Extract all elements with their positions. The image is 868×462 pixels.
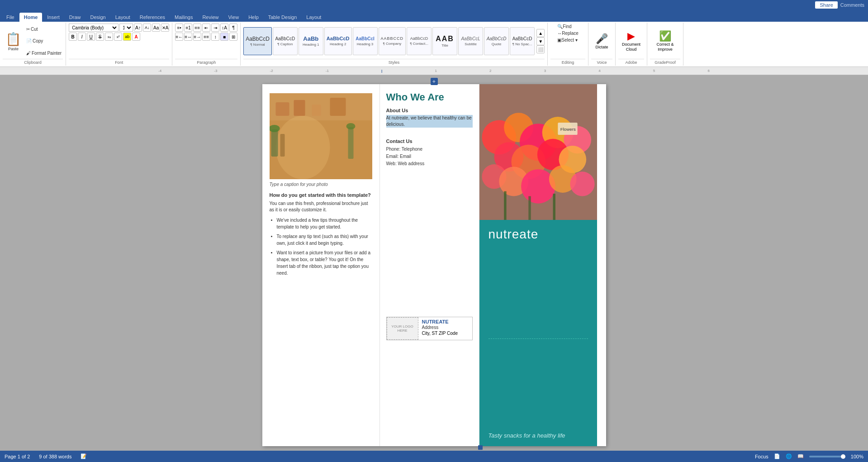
align-right-button[interactable]: ≡→	[193, 33, 201, 41]
correct-improve-button[interactable]: ✅ Correct &Improve	[657, 30, 674, 52]
paragraph-label: Paragraph	[175, 59, 237, 65]
align-center-button[interactable]: ≡↔	[184, 33, 192, 41]
tab-layout[interactable]: Layout	[111, 13, 135, 22]
style-subtitle[interactable]: AaBbCcL Subtitle	[458, 27, 483, 55]
ribbon-tabs: File Home Insert Draw Design Layout Refe…	[0, 10, 868, 22]
tab-mailings[interactable]: Mailings	[170, 13, 197, 22]
bullets-button[interactable]: ≡•	[175, 24, 183, 32]
photo-caption: Type a caption for your photo	[270, 182, 372, 187]
tab-insert[interactable]: Insert	[43, 13, 64, 22]
tab-review[interactable]: Review	[198, 13, 223, 22]
style-quote[interactable]: AaBbCcD Quote	[484, 27, 509, 55]
table-move-handle[interactable]: ✛	[431, 78, 438, 85]
sort-button[interactable]: ↕A	[220, 24, 228, 32]
style-heading3[interactable]: AaBbCcI Heading 3	[353, 27, 378, 55]
styles-expand[interactable]: ⬜	[536, 45, 545, 53]
share-button[interactable]: Share	[815, 1, 837, 9]
style-heading2[interactable]: AaBbCcD Heading 2	[324, 27, 352, 55]
superscript-button[interactable]: x²	[114, 33, 122, 41]
font-grow-button[interactable]: A↑	[134, 24, 142, 32]
line-spacing-button[interactable]: ↕	[211, 33, 219, 41]
underline-button[interactable]: U	[87, 33, 95, 41]
document-area[interactable]: ✛	[0, 75, 868, 451]
contact-heading: Contact Us	[386, 138, 473, 144]
change-case-button[interactable]: Aa	[152, 24, 160, 32]
shading-button[interactable]: ■	[220, 33, 228, 41]
svg-rect-3	[294, 100, 305, 116]
document-page: ✛	[262, 84, 606, 446]
bullet-list: We've included a few tips throughout the…	[270, 217, 372, 276]
focus-button[interactable]: Focus	[755, 454, 768, 459]
bullet-item-3: Want to insert a picture from your files…	[277, 249, 372, 276]
cut-button[interactable]: ✂ Cut	[25, 26, 63, 32]
dictate-button[interactable]: 🎤 Dictate	[596, 33, 608, 49]
font-size-select[interactable]: 11	[119, 24, 133, 32]
paste-button[interactable]: 📋 Paste	[3, 24, 24, 59]
format-painter-button[interactable]: 🖌 Format Painter	[25, 50, 63, 56]
adobe-group: ▶ DocumentCloud Adobe	[616, 23, 647, 66]
voice-label: Voice	[591, 59, 612, 65]
italic-button[interactable]: I	[78, 33, 86, 41]
subscript-button[interactable]: x₂	[105, 33, 113, 41]
tab-table-design[interactable]: Table Design	[264, 13, 302, 22]
flowers-photo[interactable]: Flowers	[479, 84, 597, 220]
strikethrough-button[interactable]: S	[96, 33, 104, 41]
who-heading: Who We Are	[386, 91, 473, 103]
border-button[interactable]: ⊞	[229, 33, 237, 41]
tab-references[interactable]: References	[135, 13, 170, 22]
align-left-button[interactable]: ≡←	[175, 33, 183, 41]
multilevel-button[interactable]: ≡≡	[193, 24, 201, 32]
tab-view[interactable]: View	[223, 13, 243, 22]
logo-placeholder[interactable]: YOUR LOGO HERE	[387, 317, 418, 340]
justify-button[interactable]: ≡≡	[202, 33, 210, 41]
zoom-level[interactable]: 100%	[851, 454, 863, 459]
svg-rect-9	[280, 134, 285, 157]
increase-indent-button[interactable]: ⇥	[211, 24, 219, 32]
numbering-button[interactable]: ≡1	[184, 24, 192, 32]
bold-button[interactable]: B	[69, 33, 77, 41]
style-company[interactable]: AABBCCD ¶ Company	[379, 27, 406, 55]
tab-home[interactable]: Home	[19, 13, 43, 22]
tab-design[interactable]: Design	[85, 13, 110, 22]
copy-button[interactable]: 📄 Copy	[25, 38, 63, 44]
show-marks-button[interactable]: ¶	[229, 24, 237, 32]
resize-handle[interactable]	[478, 445, 483, 450]
tab-draw[interactable]: Draw	[65, 13, 85, 22]
document-cloud-button[interactable]: ▶ DocumentCloud	[622, 30, 640, 52]
tab-help[interactable]: Help	[244, 13, 263, 22]
tab-layout2[interactable]: Layout	[302, 13, 326, 22]
company-address: Address	[422, 324, 458, 331]
font-color-button[interactable]: A	[132, 33, 140, 41]
clear-format-button[interactable]: ✕A	[161, 24, 169, 32]
style-title[interactable]: AAB Title	[432, 27, 457, 55]
company-name: NUTREATE	[422, 319, 458, 324]
styles-scroll-up[interactable]: ▲	[536, 29, 545, 37]
select-button[interactable]: ▣ Select ▾	[556, 37, 579, 43]
styles-scroll-down[interactable]: ▼	[536, 37, 545, 45]
about-text[interactable]: At nutreate, we believe that healthy can…	[386, 115, 473, 128]
tab-file[interactable]: File	[2, 13, 19, 22]
comments-button[interactable]: Comments	[840, 2, 864, 8]
logo-area: YOUR LOGO HERE NUTREATE Address City, ST…	[386, 317, 473, 340]
find-button[interactable]: 🔍 Find	[556, 24, 573, 29]
style-caption[interactable]: AaBbCcD ¶ Caption	[273, 27, 298, 55]
style-contact[interactable]: AaBbCcD ¶ Contact...	[407, 27, 432, 55]
view-mode-print[interactable]: 📄	[774, 453, 780, 459]
replace-button[interactable]: ↔ Replace	[556, 30, 580, 36]
decrease-indent-button[interactable]: ⇤	[202, 24, 210, 32]
text-highlight-button[interactable]: ab	[123, 33, 131, 41]
font-group: Cambria (Body) 11 A↑ A↓ Aa ✕A B I U S x₂…	[66, 23, 172, 66]
view-mode-web[interactable]: 🌐	[786, 453, 792, 459]
zoom-slider[interactable]	[809, 456, 845, 457]
photo-left[interactable]	[270, 93, 372, 179]
gradeproof-label: GradeProof	[650, 59, 680, 65]
view-mode-read[interactable]: 📖	[797, 453, 804, 459]
font-family-select[interactable]: Cambria (Body)	[69, 24, 119, 32]
style-normal[interactable]: AaBbCcD ¶ Normal	[243, 27, 272, 55]
company-city: City, ST ZIP Code	[422, 331, 458, 336]
contact-email: Email: Email	[386, 153, 473, 160]
style-nospace[interactable]: AaBbCcD ¶ No Spac...	[510, 27, 535, 55]
clipboard-group: 📋 Paste ✂ Cut 📄 Copy 🖌 Format Painter Cl…	[0, 23, 66, 66]
style-heading1[interactable]: AaBb Heading 1	[299, 27, 323, 55]
font-shrink-button[interactable]: A↓	[143, 24, 151, 32]
